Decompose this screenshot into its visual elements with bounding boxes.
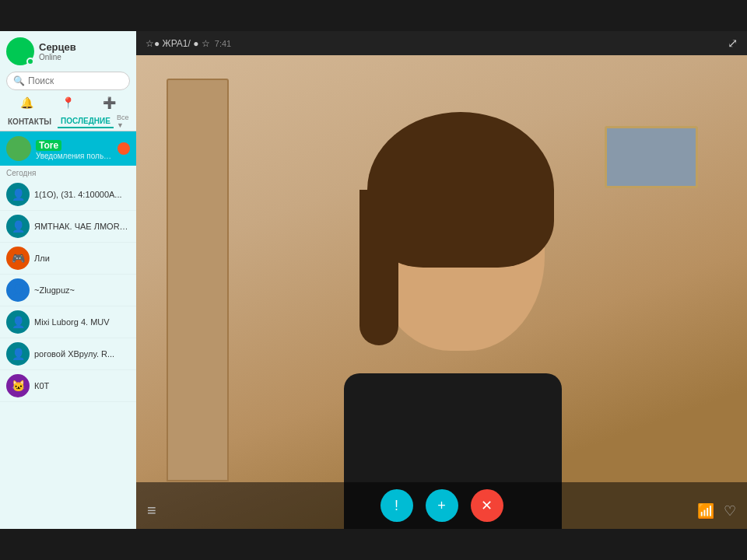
search-icon: 🔍 xyxy=(13,75,25,86)
video-background xyxy=(136,55,747,529)
avatar[interactable] xyxy=(6,37,34,65)
mute-button[interactable]: ! xyxy=(381,489,413,522)
room-door xyxy=(167,79,229,481)
person-hair xyxy=(367,112,554,268)
list-item[interactable]: 👤 роговой ХВрулу. R... xyxy=(0,338,136,370)
tab-contacts[interactable]: КОНТАКТЫ xyxy=(5,116,54,128)
status-icons: 📶 ♡ xyxy=(697,502,736,520)
video-header-left: ☆● ЖРА1/ ● ☆ 7:41 xyxy=(146,38,231,49)
tab-all[interactable]: Все ▼ xyxy=(117,114,132,129)
contact-name: К0Т xyxy=(34,381,130,390)
wall-picture xyxy=(605,126,698,188)
sidebar-actions: 🔔 📍 ➕ xyxy=(0,93,136,112)
video-call-time: 7:41 xyxy=(215,39,231,48)
contact-name: Mixi Luborg 4. MUV xyxy=(34,317,130,327)
location-icon[interactable]: 📍 xyxy=(61,96,75,109)
contact-name: ЯМТНАК. ЧАЕ ЛМОRG... xyxy=(34,222,130,231)
contact-avatar: 👤 xyxy=(6,342,30,366)
heart-icon: ♡ xyxy=(724,502,736,520)
active-contact-name: Tore xyxy=(36,140,61,151)
active-contact-message: Уведомления пользователя включены к вам.… xyxy=(36,152,113,160)
notification-icon[interactable]: 🔔 xyxy=(20,96,33,109)
expand-button[interactable]: ⤢ xyxy=(728,36,738,51)
section-today: Сегодня xyxy=(0,166,136,179)
chat-button[interactable]: ≡ xyxy=(147,502,156,520)
video-call-title: ☆● ЖРА1/ ● ☆ xyxy=(146,38,210,49)
add-contact-icon[interactable]: ➕ xyxy=(103,96,116,109)
contact-avatar: 🎮 xyxy=(6,247,30,270)
list-item[interactable]: 👤 ~Zlugрuz~ xyxy=(0,275,136,306)
username-area: Серцев Online xyxy=(39,41,76,61)
active-contact-info: Tore Уведомления пользователя включены к… xyxy=(36,138,113,160)
contact-avatar: 👤 xyxy=(6,183,30,206)
unread-badge xyxy=(117,142,130,155)
list-item[interactable]: 🐱 К0Т xyxy=(0,370,136,402)
contact-avatar: 🐱 xyxy=(6,374,30,397)
signal-strength-icon: 📶 xyxy=(697,502,714,520)
contact-name: ~Zlugрuz~ xyxy=(34,285,130,295)
list-item[interactable]: 👤 Mixi Luborg 4. MUV xyxy=(0,306,136,338)
active-contact[interactable]: Tore Уведомления пользователя включены к… xyxy=(0,131,136,166)
app-container: Серцев Online 🔍 🔔 📍 ➕ КОНТАКТЫ ПОСЛЕДНИЕ… xyxy=(0,31,747,529)
contact-avatar: 👤 xyxy=(6,215,30,238)
username: Серцев xyxy=(39,41,76,53)
contact-avatar: 👤 xyxy=(6,310,30,334)
search-input[interactable] xyxy=(28,75,123,86)
add-participant-button[interactable]: + xyxy=(426,489,458,522)
online-indicator xyxy=(26,58,34,65)
user-status: Online xyxy=(39,53,76,61)
video-header: ☆● ЖРА1/ ● ☆ 7:41 ⤢ xyxy=(136,31,747,55)
contact-avatar: 👤 xyxy=(6,278,30,302)
hangup-button[interactable]: ✕ xyxy=(471,489,503,522)
tab-recent[interactable]: ПОСЛЕДНИЕ xyxy=(58,115,114,128)
video-controls: ≡ ! + ✕ 📶 ♡ xyxy=(136,482,747,529)
contact-list: Сегодня 👤 1(1O), (31. 4:10000A... 👤 ЯМТН… xyxy=(0,166,136,529)
contact-name: 1(1O), (31. 4:10000A... xyxy=(34,190,130,199)
list-item[interactable]: 👤 1(1O), (31. 4:10000A... xyxy=(0,179,136,211)
search-bar[interactable]: 🔍 xyxy=(6,72,130,90)
contact-name: Лли xyxy=(34,254,130,263)
list-item[interactable]: 👤 ЯМТНАК. ЧАЕ ЛМОRG... xyxy=(0,211,136,243)
contact-name: роговой ХВрулу. R... xyxy=(34,349,130,359)
video-frame: ≡ ! + ✕ 📶 ♡ xyxy=(136,55,747,529)
tabs-row: КОНТАКТЫ ПОСЛЕДНИЕ Все ▼ xyxy=(0,112,136,131)
video-area: ☆● ЖРА1/ ● ☆ 7:41 ⤢ ≡ xyxy=(136,31,747,529)
list-item[interactable]: 🎮 Лли xyxy=(0,243,136,275)
sidebar-header: Серцев Online xyxy=(0,31,136,68)
sidebar: Серцев Online 🔍 🔔 📍 ➕ КОНТАКТЫ ПОСЛЕДНИЕ… xyxy=(0,31,136,529)
active-contact-avatar xyxy=(6,136,31,161)
